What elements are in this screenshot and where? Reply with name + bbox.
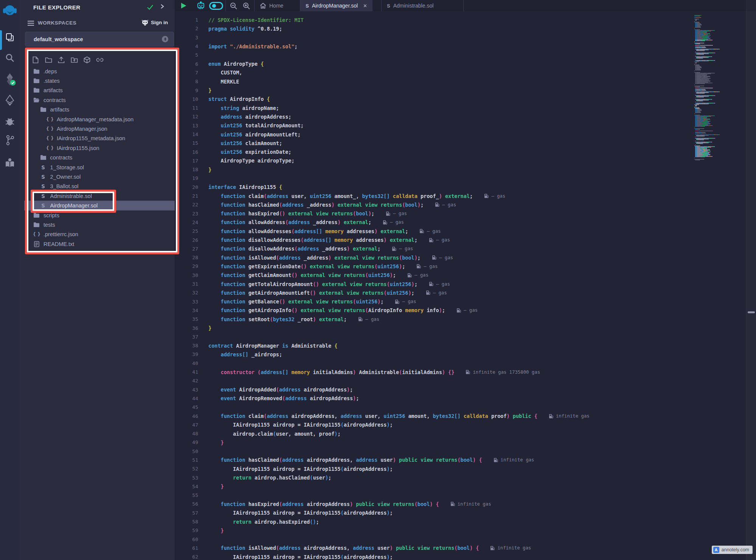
search-icon[interactable] xyxy=(0,52,20,63)
sign-in-button[interactable]: Sign in xyxy=(141,19,168,26)
gas-pump-icon xyxy=(484,193,489,198)
deploy-run-icon[interactable] xyxy=(0,94,20,107)
tab-airdropmanager[interactable]: S AirdropManager.sol ✕ xyxy=(300,0,373,11)
tree-item-contracts[interactable]: contracts xyxy=(20,153,175,162)
line-number: 55 xyxy=(175,492,198,498)
line-number: 37 xyxy=(175,334,198,340)
code-line: 29 function getExpirationDate() external… xyxy=(175,262,694,271)
learneth-icon[interactable] xyxy=(0,157,20,169)
line-number: 5 xyxy=(175,52,198,58)
workspace-name: default_workspace xyxy=(34,36,83,42)
tree-item-iairdrop1155-metadata-json[interactable]: { }IAirdrop1155_metadata.json xyxy=(20,134,175,143)
code-line: 17 AirdropType airdropType; xyxy=(175,156,694,165)
tree-item-label: IAirdrop1155.json xyxy=(57,145,99,151)
code-line: 35 function setRoot(bytes32 _root) exter… xyxy=(175,315,694,323)
workspaces-menu-icon[interactable] xyxy=(27,20,34,28)
debugger-icon[interactable] xyxy=(0,116,20,127)
tree-item-iairdrop1155-json[interactable]: { }IAirdrop1155.json xyxy=(20,143,175,153)
code-line: 59 } xyxy=(175,526,694,535)
tree-item-scripts[interactable]: scripts xyxy=(20,210,175,220)
code-line: 1// SPDX-License-Identifier: MIT xyxy=(175,15,694,24)
code-line: 61 function isAllowed(address airdropAdd… xyxy=(175,544,694,552)
tree-item-label: AirdropManager.sol xyxy=(50,203,98,209)
line-number: 54 xyxy=(175,484,198,489)
upload-folder-icon[interactable] xyxy=(70,55,79,65)
overview-ruler[interactable] xyxy=(746,0,756,560)
tree-item-readme-txt[interactable]: README.txt xyxy=(20,239,175,249)
workspace-ok-check-icon[interactable] xyxy=(147,4,154,12)
code-line: 53 return airdrop.hasClaimed(user); xyxy=(175,473,694,482)
code-line: 42 xyxy=(175,376,694,385)
line-number: 49 xyxy=(175,439,198,445)
line-number: 35 xyxy=(175,316,198,322)
file-explorer-icon[interactable] xyxy=(0,32,20,43)
line-number: 7 xyxy=(175,70,198,76)
editor-area: Home S AirdropManager.sol ✕ S Administra… xyxy=(175,0,756,560)
new-file-icon[interactable] xyxy=(31,55,40,65)
gas-estimate: – gas xyxy=(407,272,428,278)
tree-item-1-storage-sol[interactable]: S1_Storage.sol xyxy=(20,162,175,172)
workspace-select[interactable]: default_workspace xyxy=(25,32,174,46)
gas-estimate: – gas xyxy=(416,264,438,269)
tree-item-2-owner-sol[interactable]: S2_Owner.sol xyxy=(20,172,175,181)
workspace-switch-icon[interactable] xyxy=(162,36,168,42)
upload-file-icon[interactable] xyxy=(57,55,66,65)
zoom-out-icon[interactable] xyxy=(230,0,238,11)
tree-item--prettierrc-json[interactable]: { }.prettierrc.json xyxy=(20,230,175,239)
tree-item-airdropmanager-json[interactable]: { }AirdropManager.json xyxy=(20,124,175,133)
tab-label: AirdropManager.sol xyxy=(312,3,358,9)
tree-item-airdropmanager-sol[interactable]: SAirdropManager.sol xyxy=(20,201,175,210)
line-number: 6 xyxy=(175,61,198,67)
tree-item-label: tests xyxy=(43,222,55,228)
link-icon[interactable] xyxy=(95,55,104,65)
tab-home[interactable]: Home xyxy=(255,0,289,11)
folder-icon xyxy=(40,155,47,161)
gas-pump-icon xyxy=(426,290,430,295)
tree-item-contracts[interactable]: contracts xyxy=(20,95,175,105)
code-line: 50 xyxy=(175,447,694,456)
load-cube-icon[interactable] xyxy=(82,55,92,65)
line-number: 15 xyxy=(175,140,198,146)
remix-logo-icon[interactable] xyxy=(0,3,20,18)
line-number: 51 xyxy=(175,457,198,463)
minimap[interactable] xyxy=(694,15,752,161)
tree-item-artifacts[interactable]: artifacts xyxy=(20,105,175,114)
zoom-in-icon[interactable] xyxy=(242,0,250,11)
line-number: 25 xyxy=(175,228,198,234)
code-editor[interactable]: 1// SPDX-License-Identifier: MIT2pragma … xyxy=(175,15,694,560)
tree-item-administrable-sol[interactable]: SAdministrable.sol xyxy=(20,191,175,201)
tree-item-airdropmanager-metadata-json[interactable]: { }AirdropManager_metadata.json xyxy=(20,114,175,124)
close-tab-icon[interactable]: ✕ xyxy=(363,3,367,9)
new-folder-icon[interactable] xyxy=(44,55,53,65)
line-number: 34 xyxy=(175,308,198,313)
gas-pump-icon xyxy=(456,308,461,313)
panel-expand-chevron-icon[interactable] xyxy=(160,4,164,11)
scrollbar-marker[interactable] xyxy=(748,311,755,313)
tree-item--deps[interactable]: .deps xyxy=(20,67,175,76)
tab-administrable[interactable]: S Administrable.sol xyxy=(382,0,439,11)
git-icon[interactable] xyxy=(0,135,20,146)
line-number: 23 xyxy=(175,211,198,217)
code-line: 36} xyxy=(175,323,694,332)
line-number: 60 xyxy=(175,537,198,542)
run-script-button[interactable] xyxy=(180,0,187,11)
gas-estimate: – gas xyxy=(383,220,404,225)
gas-estimate: infinite gas xyxy=(494,457,534,463)
tree-item-artifacts[interactable]: artifacts xyxy=(20,86,175,95)
tree-item-tests[interactable]: tests xyxy=(20,220,175,229)
remix-ai-icon[interactable] xyxy=(196,0,205,11)
tree-item-3-ballot-sol[interactable]: S3_Ballot.sol xyxy=(20,182,175,191)
gas-pump-icon xyxy=(429,282,433,286)
gas-estimate: infinite gas 1735800 gas xyxy=(466,370,540,375)
ai-toggle[interactable] xyxy=(209,0,223,11)
code-line: 41 constructor (address[] memory initial… xyxy=(175,368,694,376)
solidity-compiler-icon[interactable] xyxy=(0,73,20,86)
line-number: 36 xyxy=(175,325,198,331)
line-number: 13 xyxy=(175,123,198,128)
gas-estimate: – gas xyxy=(429,282,450,287)
sol-icon: S xyxy=(40,203,47,209)
tree-item--states[interactable]: .states xyxy=(20,76,175,85)
workspaces-label: WORKSPACES xyxy=(38,20,76,26)
code-line: 24 function allowAddress(address _addres… xyxy=(175,218,694,227)
code-line: 26 function disallowAddresses(address[] … xyxy=(175,235,694,244)
